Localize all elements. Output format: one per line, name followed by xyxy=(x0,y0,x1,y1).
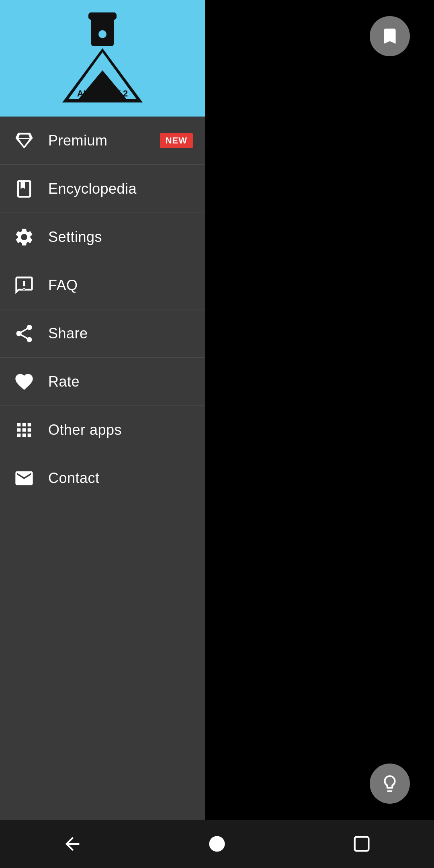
menu-item-faq[interactable]: FAQ xyxy=(0,261,205,309)
faq-label: FAQ xyxy=(48,277,78,294)
rate-label: Rate xyxy=(48,373,80,390)
book-icon xyxy=(12,177,36,201)
contact-label: Contact xyxy=(48,470,100,487)
faq-icon xyxy=(12,273,36,297)
bottom-navigation xyxy=(0,820,434,868)
email-icon xyxy=(12,466,36,490)
recents-button[interactable] xyxy=(346,828,378,860)
svg-rect-6 xyxy=(88,12,117,20)
fab-bottom-button[interactable] xyxy=(370,764,410,804)
menu-item-premium[interactable]: Premium NEW xyxy=(0,117,205,165)
svg-rect-8 xyxy=(355,837,369,851)
svg-text:ALCHEMY 2: ALCHEMY 2 xyxy=(77,88,128,98)
lightbulb-icon xyxy=(380,774,400,794)
grid-icon xyxy=(12,418,36,442)
heart-icon xyxy=(12,370,36,394)
home-button[interactable] xyxy=(201,828,233,860)
other-apps-label: Other apps xyxy=(48,422,122,438)
bookmark-icon xyxy=(380,26,400,46)
menu-item-contact[interactable]: Contact xyxy=(0,454,205,502)
gear-icon xyxy=(12,225,36,249)
new-badge: NEW xyxy=(160,133,193,148)
flask-icon: ALCHEMY 2 xyxy=(58,10,147,106)
navigation-drawer: ALCHEMY 2 Premium NEW Encyclo xyxy=(0,0,205,868)
menu-item-other-apps[interactable]: Other apps xyxy=(0,406,205,454)
menu-list: Premium NEW Encyclopedia Settings xyxy=(0,117,205,868)
diamond-icon xyxy=(12,129,36,153)
logo-container: ALCHEMY 2 xyxy=(58,10,147,106)
fab-top-button[interactable] xyxy=(370,16,410,56)
share-label: Share xyxy=(48,325,88,342)
menu-item-encyclopedia[interactable]: Encyclopedia xyxy=(0,165,205,213)
svg-point-7 xyxy=(209,836,225,852)
drawer-header: ALCHEMY 2 xyxy=(0,0,205,117)
menu-item-share[interactable]: Share xyxy=(0,309,205,358)
share-icon xyxy=(12,321,36,346)
back-button[interactable] xyxy=(56,828,88,860)
premium-label: Premium xyxy=(48,132,108,149)
menu-item-rate[interactable]: Rate xyxy=(0,358,205,406)
svg-point-4 xyxy=(98,30,106,38)
encyclopedia-label: Encyclopedia xyxy=(48,180,137,197)
settings-label: Settings xyxy=(48,229,102,246)
menu-item-settings[interactable]: Settings xyxy=(0,213,205,261)
